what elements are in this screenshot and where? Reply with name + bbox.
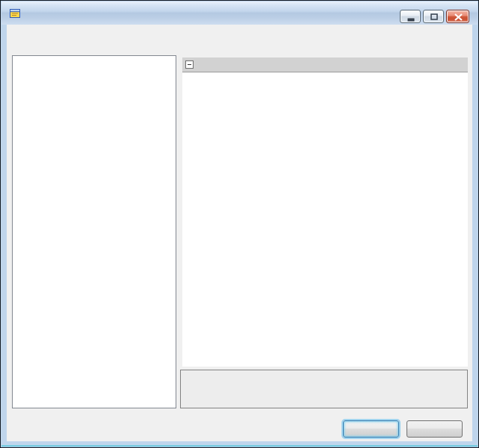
project-settings-dialog — [0, 0, 479, 448]
dialog-client-area — [7, 25, 472, 441]
ok-button[interactable] — [343, 420, 399, 438]
titlebar[interactable] — [1, 1, 478, 25]
settings-tree[interactable] — [12, 55, 176, 408]
close-button[interactable] — [446, 10, 469, 23]
property-grid-category-header — [182, 57, 468, 72]
maximize-button[interactable] — [423, 10, 444, 23]
description-panel — [180, 370, 468, 408]
cancel-button[interactable] — [407, 420, 463, 438]
app-icon — [9, 7, 21, 19]
minimize-button[interactable] — [400, 10, 421, 23]
property-grid — [182, 57, 468, 367]
window-controls — [400, 10, 469, 23]
category-collapse-icon[interactable] — [185, 60, 194, 69]
